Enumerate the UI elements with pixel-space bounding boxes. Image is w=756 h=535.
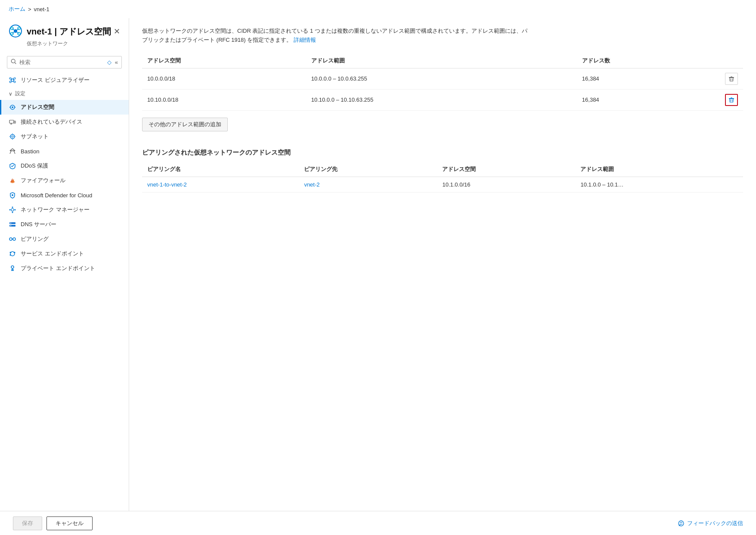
- add-address-range-button[interactable]: その他のアドレス範囲の追加: [142, 118, 228, 131]
- sidebar-item-ddos[interactable]: DDoS 保護: [0, 159, 129, 173]
- peering-name-link[interactable]: vnet-1-to-vnet-2: [147, 181, 187, 188]
- peering-section-title: ピアリングされた仮想ネットワークのアドレス空間: [142, 149, 743, 157]
- diamond-icon: ◇: [107, 59, 112, 65]
- sidebar-label: ファイアウォール: [21, 177, 65, 184]
- sidebar-item-subnets[interactable]: サブネット: [0, 129, 129, 144]
- peering-range-cell: 10.1.0.0 – 10.1…: [575, 177, 743, 192]
- delete-row-2-button[interactable]: [725, 94, 738, 106]
- cancel-button[interactable]: キャンセル: [46, 516, 93, 530]
- subnet-icon: [9, 133, 16, 140]
- close-button[interactable]: ✕: [114, 27, 120, 36]
- cell-address-range: 10.0.0.0 – 10.0.63.255: [306, 68, 577, 89]
- feedback-link[interactable]: フィードバックの送信: [678, 519, 743, 527]
- cell-address-range: 10.10.0.0 – 10.10.63.255: [306, 89, 577, 110]
- breadcrumb-separator: >: [28, 6, 31, 12]
- svg-point-43: [12, 207, 13, 208]
- col-header-actions: [720, 53, 743, 68]
- sidebar-header: vnet-1 | アドレス空間 仮想ネットワーク ✕: [0, 18, 129, 52]
- sidebar-item-address-space[interactable]: アドレス空間: [0, 100, 129, 115]
- svg-line-36: [10, 151, 11, 154]
- sidebar-label: Microsoft Defender for Cloud: [21, 192, 92, 199]
- sidebar-label: サブネット: [21, 133, 49, 140]
- cell-action: [720, 89, 743, 110]
- svg-point-58: [14, 252, 15, 253]
- sidebar-item-private-endpoints[interactable]: プライベート エンドポイント: [0, 261, 129, 276]
- col-header-address-space: アドレス空間: [142, 53, 306, 68]
- breadcrumb-current: vnet-1: [34, 6, 50, 12]
- sidebar-item-defender[interactable]: Microsoft Defender for Cloud: [0, 188, 129, 202]
- cell-address-space: 10.0.0.0/18: [142, 68, 306, 89]
- cell-address-count: 16,384: [577, 68, 720, 89]
- delete-row-1-button[interactable]: [725, 73, 738, 85]
- detail-link[interactable]: 詳細情報: [294, 37, 316, 43]
- svg-point-10: [11, 59, 15, 63]
- sidebar-label: 接続されているデバイス: [21, 118, 82, 126]
- svg-point-20: [12, 106, 13, 108]
- defender-icon: [9, 191, 16, 199]
- sidebar: vnet-1 | アドレス空間 仮想ネットワーク ✕ ◇ « リソース ビジュア…: [0, 18, 129, 534]
- collapse-icon[interactable]: «: [115, 59, 118, 65]
- graph-icon: [9, 76, 16, 84]
- svg-line-11: [15, 62, 16, 64]
- settings-section[interactable]: ∨ 設定: [0, 87, 129, 100]
- breadcrumb: ホーム > vnet-1: [0, 0, 756, 18]
- svg-rect-24: [14, 121, 15, 123]
- address-space-icon: [9, 103, 16, 111]
- svg-line-61: [13, 252, 14, 253]
- svg-point-28: [12, 136, 13, 137]
- peering-dest-cell: vnet-2: [299, 177, 437, 192]
- svg-line-37: [14, 151, 15, 154]
- peering-table: ピアリング名 ピアリング先 アドレス空間 アドレス範囲 vnet-1-to-vn…: [142, 162, 743, 193]
- cell-action: [720, 68, 743, 89]
- col-peering-range: アドレス範囲: [575, 162, 743, 177]
- peering-space-cell: 10.1.0.0/16: [437, 177, 575, 192]
- firewall-icon: [9, 177, 16, 184]
- sidebar-title-row: vnet-1 | アドレス空間: [9, 24, 120, 39]
- sidebar-label: リソース ビジュアライザー: [21, 76, 90, 84]
- page-title: vnet-1 | アドレス空間: [27, 26, 111, 37]
- sidebar-subtitle: 仮想ネットワーク: [9, 40, 120, 47]
- svg-point-41: [9, 209, 11, 211]
- svg-point-74: [679, 521, 684, 526]
- save-button[interactable]: 保存: [13, 516, 42, 530]
- sidebar-label: アドレス空間: [21, 103, 54, 111]
- address-space-table: アドレス空間 アドレス範囲 アドレス数 10.0.0.0/18 10.0.0.0…: [142, 53, 743, 111]
- sidebar-label: サービス エンドポイント: [21, 250, 84, 258]
- sidebar-item-firewall[interactable]: ファイアウォール: [0, 173, 129, 188]
- svg-line-60: [11, 252, 12, 253]
- sidebar-label: Bastion: [21, 148, 39, 155]
- vnet-icon: [9, 24, 22, 39]
- search-box-icons: ◇ «: [107, 59, 118, 65]
- sidebar-item-network-manager[interactable]: ネットワーク マネージャー: [0, 202, 129, 217]
- sidebar-item-peering[interactable]: ピアリング: [0, 232, 129, 246]
- col-header-address-range: アドレス範囲: [306, 53, 577, 68]
- search-box[interactable]: ◇ «: [7, 56, 122, 68]
- dns-icon: [9, 221, 16, 228]
- svg-point-51: [10, 223, 11, 224]
- svg-point-62: [11, 266, 14, 268]
- sidebar-label: プライベート エンドポイント: [21, 264, 95, 272]
- col-peering-space: アドレス空間: [437, 162, 575, 177]
- svg-point-57: [10, 252, 11, 253]
- sidebar-item-resource-visualizer[interactable]: リソース ビジュアライザー: [0, 73, 129, 87]
- svg-point-56: [10, 252, 15, 256]
- cell-address-space: 10.10.0.0/18: [142, 89, 306, 110]
- sidebar-item-connected-devices[interactable]: 接続されているデバイス: [0, 115, 129, 129]
- main-layout: vnet-1 | アドレス空間 仮想ネットワーク ✕ ◇ « リソース ビジュア…: [0, 18, 756, 534]
- sidebar-item-dns[interactable]: DNS サーバー: [0, 217, 129, 232]
- footer: 保存 キャンセル フィードバックの送信: [0, 511, 756, 535]
- settings-label: 設定: [15, 90, 25, 97]
- col-header-address-count: アドレス数: [577, 53, 720, 68]
- private-endpoint-icon: [9, 264, 16, 272]
- breadcrumb-home[interactable]: ホーム: [9, 5, 25, 13]
- sidebar-item-bastion[interactable]: Bastion: [0, 144, 129, 159]
- network-manager-icon: [9, 206, 16, 214]
- ddos-icon: [9, 162, 16, 170]
- sidebar-item-service-endpoints[interactable]: サービス エンドポイント: [0, 246, 129, 261]
- col-peering-dest: ピアリング先: [299, 162, 437, 177]
- table-header-row: アドレス空間 アドレス範囲 アドレス数: [142, 53, 743, 68]
- peering-dest-link[interactable]: vnet-2: [304, 181, 319, 188]
- peering-table-row: vnet-1-to-vnet-2 vnet-2 10.1.0.0/16 10.1…: [142, 177, 743, 192]
- search-input[interactable]: [19, 59, 105, 65]
- peering-section: ピアリングされた仮想ネットワークのアドレス空間 ピアリング名 ピアリング先 アド…: [142, 149, 743, 193]
